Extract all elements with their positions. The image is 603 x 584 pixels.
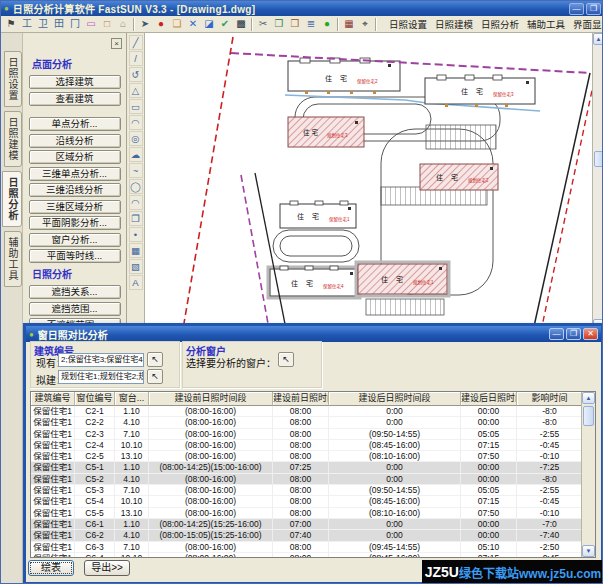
line-icon[interactable]: ╱ — [129, 35, 143, 50]
polygon-icon[interactable]: △ — [129, 83, 143, 98]
block-brown-icon[interactable]: ❒ — [287, 17, 303, 32]
menu-item-0[interactable]: 日照设置 — [385, 15, 431, 33]
slab-icon[interactable]: 田 — [51, 17, 67, 32]
outline-icon[interactable]: □ — [99, 17, 115, 32]
building-proposed-4[interactable]: 住 宅 规划住宅2 — [420, 164, 498, 190]
table-scroll-thumb[interactable] — [583, 406, 594, 426]
panel-button[interactable]: 选择建筑 — [29, 75, 121, 89]
panel-button[interactable]: 遮挡范围... — [29, 302, 121, 316]
proposed-buildings-field[interactable]: 规划住宅1;规划住宅2;规 — [58, 370, 144, 384]
menu-item-1[interactable]: 日照建模 — [431, 15, 477, 33]
pick-proposed-button[interactable]: ↖ — [147, 369, 163, 384]
text-icon[interactable]: A — [129, 275, 143, 290]
panel-button[interactable]: 窗户分析... — [29, 233, 121, 247]
region-icon[interactable]: ▧ — [129, 259, 143, 274]
roof-icon[interactable]: ⌂ — [115, 17, 131, 32]
building-existing-6-selected[interactable]: 住 宅 保留住宅4 — [268, 266, 360, 298]
cut-icon[interactable]: ✂ — [255, 17, 271, 32]
table-row[interactable]: 保留住宅1C6-410.10(08:00-16:00)08:00(08:45-1… — [31, 553, 581, 557]
menu-item-4[interactable]: 界面显示 — [569, 15, 603, 33]
table-scroll-up-icon[interactable]: ▲ — [582, 392, 595, 404]
ellipse-icon[interactable]: ◯ — [129, 179, 143, 194]
table-vertical-scrollbar[interactable]: ▲ ▼ — [581, 392, 595, 557]
table-header-cell[interactable]: 建设前日照时间段 — [149, 392, 273, 406]
shadow-icon[interactable]: ◪ — [201, 17, 217, 32]
dialog-maximize-button[interactable]: ❐ — [566, 328, 581, 340]
table-row[interactable]: 保留住宅1C2-24.10(08:00-16:00)08:000:0000:00… — [31, 417, 581, 428]
table-row[interactable]: 保留住宅1C2-37.10(08:00-16:00)08:00(09:50-14… — [31, 429, 581, 440]
panel-button[interactable]: 平面阴影分析... — [29, 216, 121, 230]
table-header-cell[interactable]: 窗位编号 — [75, 392, 115, 406]
scroll-up-icon[interactable]: ▲ — [593, 33, 603, 45]
panel-button[interactable]: 查看建筑 — [29, 92, 121, 106]
sidebar-tab-3[interactable]: 辅助工具 — [4, 231, 22, 287]
arc-icon[interactable]: ◠ — [129, 115, 143, 130]
table-row[interactable]: 保留住宅1C2-513.10(08:00-16:00)08:00(08:10-1… — [31, 451, 581, 462]
table-header-cell[interactable]: 窗台... — [115, 392, 149, 406]
palette-icon[interactable]: ▦ — [341, 17, 357, 32]
table-scroll-down-icon[interactable]: ▼ — [582, 545, 595, 557]
dialog-minimize-button[interactable]: — — [549, 328, 564, 340]
canvas-vertical-scrollbar[interactable]: ▲ ▼ — [592, 33, 603, 331]
panel-close-icon[interactable]: × — [111, 38, 122, 49]
move-block-icon[interactable]: ❏ — [169, 17, 185, 32]
table-header-cell[interactable]: 建设前日照时间 — [273, 392, 329, 406]
table-row[interactable]: 保留住宅1C5-513.10(08:00-16:00)08:00(08:10-1… — [31, 508, 581, 519]
table-row[interactable]: 保留住宅1C6-37.10(08:00-16:00)08:00(09:45-14… — [31, 542, 581, 553]
revcloud-arc-icon[interactable]: ↺ — [129, 67, 143, 82]
table-row[interactable]: 保留住宅1C5-11.10(08:00-14:25)(15:00-16:00)0… — [31, 462, 581, 473]
pick-existing-button[interactable]: ↖ — [147, 352, 163, 367]
sun-point-icon[interactable]: ● — [153, 17, 169, 32]
sidebar-tab-2[interactable]: 日照分析 — [2, 171, 22, 227]
table-row[interactable]: 保留住宅1C2-11.10(08:00-16:00)08:000:0000:00… — [31, 406, 581, 417]
rectangle-icon[interactable]: ▭ — [129, 99, 143, 114]
building-existing-1[interactable]: 住 宅 保留住宅2 — [288, 58, 400, 94]
block-icon[interactable]: ❐ — [129, 211, 143, 226]
door-icon[interactable]: 冂 — [67, 17, 83, 32]
table-row[interactable]: 保留住宅1C5-410.10(08:00-16:00)08:00(08:45-1… — [31, 496, 581, 507]
table-row[interactable]: 保留住宅1C5-24.10(08:00-16:00)08:000:0000:00… — [31, 474, 581, 485]
table-row[interactable]: 保留住宅1C6-24.10(08:00-15:05)(15:25-16:00)0… — [31, 530, 581, 541]
sphere-icon[interactable]: ● — [319, 17, 335, 32]
pick-building-icon[interactable]: ➤ — [137, 17, 153, 32]
maximize-button[interactable]: ❐ — [586, 3, 601, 15]
panel-button[interactable]: 单点分析... — [29, 117, 121, 131]
point-icon[interactable]: • — [129, 227, 143, 242]
find-icon[interactable]: ⌖ — [357, 17, 373, 32]
menu-item-2[interactable]: 日照分析 — [477, 15, 523, 33]
scroll-thumb[interactable] — [594, 151, 603, 167]
building-proposed-7-selected[interactable]: 住 宅 规划住宅1 — [356, 262, 449, 296]
panel-button[interactable]: 三维区域分析 — [29, 200, 121, 214]
table-header-cell[interactable]: 建设后日照时间段 — [329, 392, 461, 406]
panel-button[interactable]: 区域分析 — [29, 150, 121, 164]
menu-item-3[interactable]: 辅助工具 — [523, 15, 569, 33]
spline-icon[interactable]: ~ — [129, 163, 143, 178]
balcony-icon[interactable]: ▭ — [83, 17, 99, 32]
cloud-icon[interactable]: ☁ — [129, 147, 143, 162]
table-row[interactable]: 保留住宅1C2-410.10(08:00-16:00)08:00(08:45-1… — [31, 440, 581, 451]
panel-button[interactable]: 三维单点分析... — [29, 167, 121, 181]
column-icon[interactable]: 工 — [19, 17, 35, 32]
layers-icon[interactable]: ≣ — [303, 17, 319, 32]
cross-analysis-icon[interactable]: ✕ — [185, 17, 201, 32]
building-proposed-3[interactable]: 住宅 规划住宅3 — [288, 117, 364, 147]
table-row[interactable]: 保留住宅1C6-11.10(08:00-14:25)(15:25-16:00)0… — [31, 519, 581, 530]
sidebar-tab-0[interactable]: 日照设置 — [4, 51, 22, 107]
flag-icon[interactable]: ⚑ — [3, 17, 19, 32]
polyline-icon[interactable]: / — [129, 51, 143, 66]
table-header-cell[interactable]: 建设后日照时间 — [461, 392, 517, 406]
panel-button[interactable]: 三维沿线分析 — [29, 183, 121, 197]
panel-button[interactable]: 平面等时线... — [29, 249, 121, 263]
minimize-button[interactable]: — — [569, 3, 584, 15]
table-row[interactable]: 保留住宅1C5-37.10(08:00-16:00)08:00(09:50-14… — [31, 485, 581, 496]
building-existing-2[interactable]: 住 宅 保留住宅3 — [425, 75, 535, 107]
pick-window-button[interactable]: ↖ — [278, 352, 294, 367]
check-icon[interactable]: ✔ — [217, 17, 233, 32]
existing-buildings-field[interactable]: 2;保留住宅3;保留住宅4 — [58, 353, 144, 367]
export-button[interactable]: 导出>> — [84, 560, 130, 576]
table-header-cell[interactable]: 建筑编号 — [31, 392, 75, 406]
sidebar-tab-1[interactable]: 日照建模 — [4, 111, 22, 167]
ellipse-arc-icon[interactable]: ◠ — [129, 195, 143, 210]
circle-icon[interactable]: ◎ — [129, 131, 143, 146]
panel-button[interactable]: 沿线分析 — [29, 134, 121, 148]
